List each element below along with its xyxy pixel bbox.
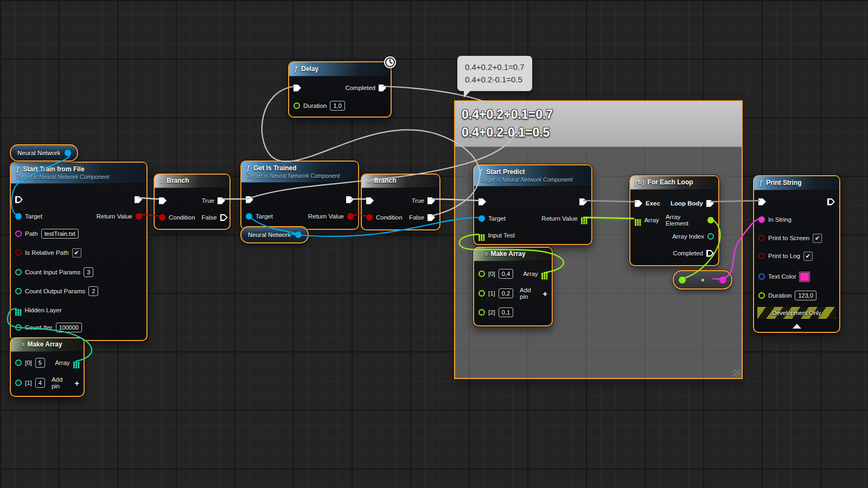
is-relative-path-input-pin[interactable] [15, 249, 22, 256]
exec-output-pin[interactable] [579, 198, 587, 206]
element-1-field[interactable]: 0,2 [499, 288, 513, 298]
node-header[interactable]: Start Train from File Target is Neural N… [11, 163, 146, 184]
node-header[interactable]: Make Array [11, 338, 84, 352]
array-input-pin[interactable] [635, 219, 636, 221]
node-to-string-conversion[interactable] [673, 270, 732, 290]
condition-input-pin[interactable] [366, 214, 373, 221]
blueprint-graph-canvas[interactable]: { "comment_box": { "line1": "0.4+0.2+0.1… [0, 0, 868, 488]
element-0-field[interactable]: 5 [35, 358, 45, 368]
node-start-predict[interactable]: Start Predict Target is Neural Network C… [473, 164, 592, 245]
exec-input-pin[interactable] [159, 197, 167, 204]
exec-input-pin[interactable] [478, 198, 486, 206]
element-0-pin[interactable] [478, 271, 485, 277]
object-output-pin[interactable] [65, 150, 71, 156]
node-delay[interactable]: Delay Completed Duration 1,0 [288, 61, 392, 118]
duration-field[interactable]: 1,0 [330, 101, 344, 111]
hidden-layer-array-pin[interactable] [15, 309, 17, 311]
collapse-arrow[interactable] [793, 324, 801, 329]
count-iter-pin[interactable] [15, 324, 22, 331]
count-output-params-field[interactable]: 2 [88, 286, 98, 296]
array-element-output-pin[interactable] [707, 217, 714, 223]
duration-pin[interactable] [758, 292, 765, 299]
element-1-pin[interactable] [478, 290, 485, 297]
print-to-log-pin[interactable] [758, 253, 765, 259]
comment-resize-handle[interactable] [733, 369, 741, 377]
node-branch-left[interactable]: Branch True Condition False [154, 174, 231, 230]
exec-input-pin[interactable] [366, 197, 374, 204]
count-input-params-field[interactable]: 3 [84, 267, 93, 277]
add-pin-button[interactable] [74, 378, 79, 388]
false-output-pin[interactable] [220, 214, 228, 221]
node-header[interactable]: Start Predict Target is Neural Network C… [474, 165, 591, 187]
target-input-pin[interactable] [246, 213, 252, 220]
node-header[interactable]: Get Is Trained Target is Neural Network … [241, 162, 358, 183]
variable-node-neural-network-1[interactable]: Neural Network [10, 144, 78, 162]
condition-input-pin[interactable] [159, 214, 165, 221]
loop-body-output-pin[interactable] [706, 200, 714, 207]
comment-title-bar[interactable]: 0.4+0.2+0.1=0.7 0.4+0.2-0.1=0.5 [455, 101, 742, 147]
text-color-swatch[interactable] [800, 272, 809, 281]
count-input-params-pin[interactable] [15, 269, 22, 275]
object-output-pin[interactable] [295, 232, 302, 238]
node-header[interactable]: Print String [754, 176, 839, 190]
element-1-pin[interactable] [15, 380, 22, 386]
pin-label-target: Target [25, 213, 42, 220]
exec-output-pin[interactable] [135, 196, 142, 203]
count-output-params-pin[interactable] [15, 288, 22, 294]
exec-input-pin[interactable] [293, 85, 301, 92]
exec-input-pin[interactable] [758, 198, 766, 206]
target-input-pin[interactable] [15, 213, 22, 220]
true-output-pin[interactable] [218, 197, 225, 204]
path-value-field[interactable]: testTrain.txt [41, 229, 79, 239]
count-iter-field[interactable]: 100000 [56, 323, 82, 332]
string-output-pin[interactable] [719, 277, 726, 284]
false-output-pin[interactable] [427, 214, 435, 221]
print-to-log-checkbox[interactable] [803, 252, 813, 261]
element-2-pin[interactable] [478, 309, 485, 316]
element-0-pin[interactable] [15, 359, 22, 366]
node-header[interactable]: Branch [362, 175, 439, 188]
duration-input-pin[interactable] [293, 102, 300, 109]
array-index-output-pin[interactable] [707, 233, 714, 240]
completed-output-pin[interactable] [379, 85, 386, 92]
node-make-array-mid[interactable]: Make Array [0] 0,4 Array [1] 0,2 Add pin… [473, 247, 553, 326]
element-1-field[interactable]: 4 [35, 378, 45, 388]
node-header[interactable]: For Each Loop [630, 176, 718, 190]
return-value-array-pin[interactable] [581, 217, 583, 219]
exec-input-pin[interactable] [635, 200, 642, 207]
print-to-screen-pin[interactable] [758, 235, 765, 241]
node-print-string[interactable]: Print String In String Print to Screen P… [753, 175, 840, 333]
node-start-train-from-file[interactable]: Start Train from File Target is Neural N… [10, 162, 148, 341]
array-output-pin[interactable] [73, 362, 75, 363]
in-string-input-pin[interactable] [758, 216, 765, 223]
exec-input-pin[interactable] [15, 196, 23, 203]
exec-output-pin[interactable] [827, 198, 835, 206]
node-header[interactable]: Delay [289, 62, 391, 76]
text-color-pin[interactable] [758, 273, 765, 280]
true-output-pin[interactable] [427, 197, 435, 204]
float-input-pin[interactable] [679, 277, 686, 284]
node-for-each-loop[interactable]: For Each Loop Exec Loop Body Array Array… [629, 175, 719, 266]
target-input-pin[interactable] [478, 215, 485, 222]
variable-node-neural-network-2[interactable]: Neural Network [240, 226, 309, 243]
node-branch-right[interactable]: Branch True Condition False [361, 174, 441, 230]
completed-output-pin[interactable] [706, 250, 714, 257]
print-to-screen-checkbox[interactable] [813, 234, 822, 243]
node-header[interactable]: Branch [155, 175, 229, 188]
pin-label-true: True [412, 197, 424, 204]
return-value-output-pin[interactable] [136, 213, 142, 220]
node-get-is-trained[interactable]: Get Is Trained Target is Neural Network … [240, 160, 359, 230]
node-header[interactable]: Make Array [474, 248, 552, 261]
exec-output-pin[interactable] [346, 196, 354, 203]
node-make-array-left[interactable]: Make Array [0] 5 Array [1] 4 Add pin [10, 337, 85, 397]
exec-input-pin[interactable] [246, 196, 253, 203]
array-output-pin[interactable] [541, 273, 543, 274]
return-value-output-pin[interactable] [347, 213, 354, 220]
duration-field[interactable]: 123,0 [795, 291, 816, 300]
element-0-field[interactable]: 0,4 [499, 269, 513, 279]
path-input-pin[interactable] [15, 230, 22, 237]
element-2-field[interactable]: 0,1 [499, 307, 513, 317]
input-test-array-pin[interactable] [478, 234, 480, 236]
is-relative-path-checkbox[interactable] [72, 248, 81, 258]
add-pin-button[interactable] [542, 289, 547, 298]
